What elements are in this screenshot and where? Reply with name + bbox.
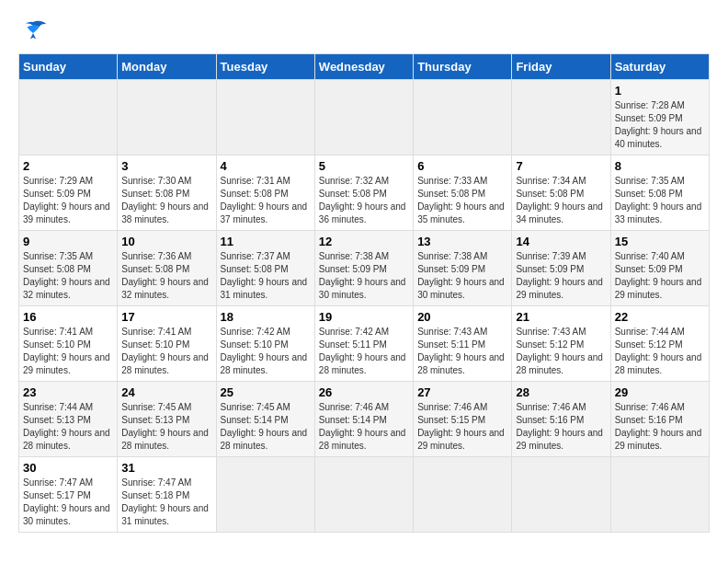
day-number: 26 — [319, 385, 409, 399]
calendar-day-cell: 19 Sunrise: 7:42 AMSunset: 5:11 PMDaylig… — [314, 306, 413, 382]
day-number: 3 — [121, 159, 211, 173]
empty-cell — [118, 80, 216, 155]
day-number: 17 — [121, 310, 211, 324]
day-detail: Sunrise: 7:46 AMSunset: 5:16 PMDaylight:… — [516, 401, 606, 453]
calendar-table: SundayMondayTuesdayWednesdayThursdayFrid… — [18, 53, 710, 533]
empty-cell — [216, 80, 314, 155]
day-detail: Sunrise: 7:45 AMSunset: 5:14 PMDaylight:… — [221, 401, 311, 453]
calendar-day-cell: 9 Sunrise: 7:35 AMSunset: 5:08 PMDayligh… — [19, 231, 118, 306]
day-detail: Sunrise: 7:40 AMSunset: 5:09 PMDaylight:… — [615, 250, 705, 302]
calendar-week-row: 1 Sunrise: 7:28 AMSunset: 5:09 PMDayligh… — [19, 80, 710, 155]
day-detail: Sunrise: 7:45 AMSunset: 5:13 PMDaylight:… — [121, 401, 211, 453]
calendar-day-cell: 25 Sunrise: 7:45 AMSunset: 5:14 PMDaylig… — [216, 382, 314, 457]
day-number: 13 — [417, 235, 507, 248]
day-number: 4 — [221, 159, 311, 173]
empty-cell — [19, 80, 118, 155]
day-detail: Sunrise: 7:31 AMSunset: 5:08 PMDaylight:… — [221, 175, 311, 226]
calendar-day-cell: 22 Sunrise: 7:44 AMSunset: 5:12 PMDaylig… — [610, 306, 709, 382]
day-detail: Sunrise: 7:43 AMSunset: 5:11 PMDaylight:… — [417, 326, 507, 377]
calendar-day-cell — [314, 457, 413, 533]
calendar-day-cell: 28 Sunrise: 7:46 AMSunset: 5:16 PMDaylig… — [512, 382, 610, 457]
day-number: 21 — [516, 310, 606, 324]
day-number: 25 — [221, 385, 311, 399]
column-header-wednesday: Wednesday — [314, 54, 413, 80]
day-detail: Sunrise: 7:41 AMSunset: 5:10 PMDaylight:… — [121, 326, 211, 377]
day-detail: Sunrise: 7:44 AMSunset: 5:12 PMDaylight:… — [615, 326, 705, 377]
day-detail: Sunrise: 7:35 AMSunset: 5:08 PMDaylight:… — [23, 250, 113, 302]
column-header-thursday: Thursday — [414, 54, 512, 80]
calendar-day-cell: 8 Sunrise: 7:35 AMSunset: 5:08 PMDayligh… — [610, 155, 709, 231]
day-detail: Sunrise: 7:38 AMSunset: 5:09 PMDaylight:… — [319, 250, 409, 302]
calendar-day-cell: 11 Sunrise: 7:37 AMSunset: 5:08 PMDaylig… — [216, 231, 314, 306]
day-number: 15 — [615, 235, 705, 248]
calendar-day-cell — [216, 457, 314, 533]
calendar-day-cell — [414, 457, 512, 533]
day-number: 1 — [615, 84, 705, 98]
day-detail: Sunrise: 7:37 AMSunset: 5:08 PMDaylight:… — [221, 250, 311, 302]
day-detail: Sunrise: 7:38 AMSunset: 5:09 PMDaylight:… — [417, 250, 507, 302]
calendar-day-cell: 3 Sunrise: 7:30 AMSunset: 5:08 PMDayligh… — [118, 155, 216, 231]
calendar-day-cell: 24 Sunrise: 7:45 AMSunset: 5:13 PMDaylig… — [118, 382, 216, 457]
column-header-saturday: Saturday — [610, 54, 709, 80]
day-number: 18 — [221, 310, 311, 324]
calendar-day-cell: 16 Sunrise: 7:41 AMSunset: 5:10 PMDaylig… — [19, 306, 118, 382]
day-detail: Sunrise: 7:44 AMSunset: 5:13 PMDaylight:… — [23, 401, 113, 453]
logo-bird-icon — [18, 18, 48, 44]
day-detail: Sunrise: 7:35 AMSunset: 5:08 PMDaylight:… — [615, 175, 705, 226]
calendar-week-row: 30 Sunrise: 7:47 AMSunset: 5:17 PMDaylig… — [19, 457, 710, 533]
day-number: 24 — [121, 385, 211, 399]
empty-cell — [414, 80, 512, 155]
day-number: 12 — [319, 235, 409, 248]
calendar-day-cell: 29 Sunrise: 7:46 AMSunset: 5:16 PMDaylig… — [610, 382, 709, 457]
column-header-monday: Monday — [118, 54, 216, 80]
day-number: 27 — [417, 385, 507, 399]
day-detail: Sunrise: 7:36 AMSunset: 5:08 PMDaylight:… — [121, 250, 211, 302]
calendar-day-cell: 26 Sunrise: 7:46 AMSunset: 5:14 PMDaylig… — [314, 382, 413, 457]
day-detail: Sunrise: 7:28 AMSunset: 5:09 PMDaylight:… — [615, 99, 705, 151]
day-number: 14 — [516, 235, 606, 248]
calendar-day-cell — [512, 457, 610, 533]
day-number: 30 — [23, 461, 113, 475]
day-number: 9 — [23, 235, 113, 248]
day-number: 7 — [516, 159, 606, 173]
calendar-week-row: 23 Sunrise: 7:44 AMSunset: 5:13 PMDaylig… — [19, 382, 710, 457]
day-detail: Sunrise: 7:42 AMSunset: 5:10 PMDaylight:… — [221, 326, 311, 377]
calendar-week-row: 2 Sunrise: 7:29 AMSunset: 5:09 PMDayligh… — [19, 155, 710, 231]
empty-cell — [314, 80, 413, 155]
day-detail: Sunrise: 7:41 AMSunset: 5:10 PMDaylight:… — [23, 326, 113, 377]
calendar-week-row: 16 Sunrise: 7:41 AMSunset: 5:10 PMDaylig… — [19, 306, 710, 382]
day-detail: Sunrise: 7:29 AMSunset: 5:09 PMDaylight:… — [23, 175, 113, 226]
day-number: 5 — [319, 159, 409, 173]
calendar-day-cell: 21 Sunrise: 7:43 AMSunset: 5:12 PMDaylig… — [512, 306, 610, 382]
day-number: 19 — [319, 310, 409, 324]
calendar-day-cell: 15 Sunrise: 7:40 AMSunset: 5:09 PMDaylig… — [610, 231, 709, 306]
calendar-day-cell: 12 Sunrise: 7:38 AMSunset: 5:09 PMDaylig… — [314, 231, 413, 306]
day-detail: Sunrise: 7:46 AMSunset: 5:15 PMDaylight:… — [417, 401, 507, 453]
header — [18, 18, 710, 44]
calendar-day-cell: 14 Sunrise: 7:39 AMSunset: 5:09 PMDaylig… — [512, 231, 610, 306]
calendar-day-cell: 23 Sunrise: 7:44 AMSunset: 5:13 PMDaylig… — [19, 382, 118, 457]
day-number: 16 — [23, 310, 113, 324]
column-header-friday: Friday — [512, 54, 610, 80]
day-detail: Sunrise: 7:47 AMSunset: 5:18 PMDaylight:… — [121, 477, 211, 528]
day-detail: Sunrise: 7:43 AMSunset: 5:12 PMDaylight:… — [516, 326, 606, 377]
calendar-week-row: 9 Sunrise: 7:35 AMSunset: 5:08 PMDayligh… — [19, 231, 710, 306]
calendar-day-cell: 10 Sunrise: 7:36 AMSunset: 5:08 PMDaylig… — [118, 231, 216, 306]
day-number: 10 — [121, 235, 211, 248]
day-number: 20 — [417, 310, 507, 324]
day-number: 28 — [516, 385, 606, 399]
day-number: 31 — [121, 461, 211, 475]
calendar-day-cell: 17 Sunrise: 7:41 AMSunset: 5:10 PMDaylig… — [118, 306, 216, 382]
day-number: 22 — [615, 310, 705, 324]
calendar-day-cell: 6 Sunrise: 7:33 AMSunset: 5:08 PMDayligh… — [414, 155, 512, 231]
empty-cell — [512, 80, 610, 155]
day-detail: Sunrise: 7:46 AMSunset: 5:14 PMDaylight:… — [319, 401, 409, 453]
calendar-day-cell: 31 Sunrise: 7:47 AMSunset: 5:18 PMDaylig… — [118, 457, 216, 533]
column-header-sunday: Sunday — [19, 54, 118, 80]
column-header-tuesday: Tuesday — [216, 54, 314, 80]
calendar-day-cell: 20 Sunrise: 7:43 AMSunset: 5:11 PMDaylig… — [414, 306, 512, 382]
calendar-day-cell: 18 Sunrise: 7:42 AMSunset: 5:10 PMDaylig… — [216, 306, 314, 382]
day-number: 6 — [417, 159, 507, 173]
day-number: 11 — [221, 235, 311, 248]
calendar-day-cell: 5 Sunrise: 7:32 AMSunset: 5:08 PMDayligh… — [314, 155, 413, 231]
